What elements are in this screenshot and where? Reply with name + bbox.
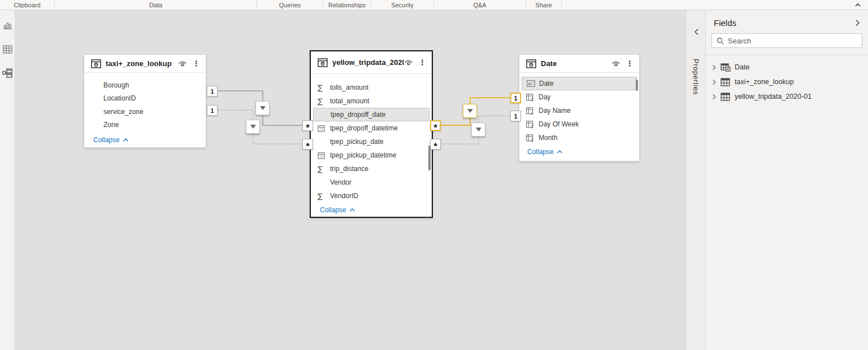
tree-item-label: yellow_tripdata_2020-01 <box>735 93 811 100</box>
cardinality-label: 1 <box>514 95 517 102</box>
field-row[interactable]: tpep_dropoff_datetime <box>311 121 432 135</box>
filter-direction-arrow-selected[interactable] <box>463 104 477 118</box>
table-card-header[interactable]: Date ⋮ <box>519 55 639 73</box>
field-row[interactable]: Σ Month <box>519 131 639 145</box>
field-row[interactable]: tpep_pickup_date <box>311 135 432 148</box>
arrow-down-icon <box>467 109 473 113</box>
field-row[interactable]: LocationID <box>84 92 206 106</box>
model-view-icon <box>2 68 13 78</box>
field-row[interactable]: Vendor <box>311 176 432 189</box>
ribbon-group-queries[interactable]: Queries <box>257 0 323 10</box>
field-label: service_zone <box>103 108 144 116</box>
field-label: tpep_pickup_datetime <box>330 151 396 159</box>
card-scrollbar-thumb[interactable] <box>636 80 638 91</box>
tree-item-label: Date <box>735 63 749 71</box>
expand-properties-button[interactable] <box>686 25 706 38</box>
filter-direction-arrow[interactable] <box>255 101 270 115</box>
ribbon-group-security[interactable]: Security <box>371 0 434 10</box>
field-row[interactable]: fx Day Name <box>519 104 639 117</box>
cardinality-label: 1 <box>514 113 517 120</box>
table-card-header[interactable]: taxi+_zone_lookup ⋮ <box>84 55 206 73</box>
table-card-yellow-tripdata[interactable]: yellow_tripdata_2020... ⋮ ∑tolls_amount … <box>310 50 433 218</box>
field-row[interactable]: ∑tolls_amount <box>311 81 432 94</box>
field-row[interactable]: tpep_pickup_datetime <box>311 148 432 162</box>
chevron-left-icon <box>694 28 699 36</box>
cardinality-one-marker[interactable]: 1 <box>207 86 218 97</box>
visibility-eye-icon[interactable] <box>404 59 413 66</box>
more-options-icon[interactable]: ⋮ <box>626 59 633 68</box>
arrow-down-icon <box>260 106 266 110</box>
field-row[interactable]: service_zone <box>84 105 206 119</box>
table-card-header[interactable]: yellow_tripdata_2020... ⋮ <box>311 51 432 74</box>
field-label: Date <box>539 80 553 88</box>
visibility-eye-icon[interactable] <box>611 60 620 67</box>
collapse-table-link[interactable]: Collapse <box>311 206 432 214</box>
sigma-icon: ∑ <box>318 97 330 106</box>
ribbon-group-label: Queries <box>279 2 301 8</box>
text-date-icon: A= <box>527 80 539 87</box>
visibility-eye-icon[interactable] <box>178 60 187 67</box>
more-options-icon[interactable]: ⋮ <box>419 58 426 67</box>
table-card-taxi-zone-lookup[interactable]: taxi+_zone_lookup ⋮ Borough LocationID s… <box>84 54 206 148</box>
table-card-date[interactable]: Date ⋮ A= Date Σ Day fx Day Name Σ Day O… <box>519 54 640 161</box>
cardinality-many-marker[interactable]: * <box>302 120 313 131</box>
svg-text:fx: fx <box>531 111 533 114</box>
table-title: yellow_tripdata_2020... <box>332 58 404 67</box>
cardinality-one-marker[interactable]: 1 <box>207 105 218 116</box>
chevron-right-icon[interactable] <box>711 79 717 85</box>
fields-tree-item-taxi-zone-lookup[interactable]: taxi+_zone_lookup <box>711 75 868 89</box>
ribbon-group-label: Q&A <box>473 2 486 8</box>
chevron-right-icon[interactable] <box>711 64 717 71</box>
cardinality-one-marker[interactable]: 1 <box>510 111 521 121</box>
collapse-ribbon-icon[interactable] <box>854 2 861 8</box>
data-view-button[interactable] <box>0 41 15 58</box>
card-scrollbar-thumb[interactable] <box>428 146 431 170</box>
cardinality-label: * <box>433 126 437 130</box>
collapse-table-link[interactable]: Collapse <box>84 136 206 144</box>
chevron-right-icon[interactable] <box>711 94 717 100</box>
calendar-icon <box>318 152 330 159</box>
ribbon-group-label: Relationships <box>328 2 366 8</box>
report-view-button[interactable] <box>0 17 15 34</box>
ribbon-group-data[interactable]: Data <box>55 0 257 10</box>
arrow-down-icon <box>250 125 256 129</box>
cardinality-label: * <box>306 126 310 130</box>
field-row[interactable]: Borough <box>84 78 206 92</box>
cardinality-many-marker[interactable]: * <box>430 139 441 150</box>
cardinality-many-marker[interactable]: * <box>302 139 313 150</box>
field-row[interactable]: Σ Day Of Week <box>519 117 639 131</box>
field-row-selected[interactable]: A= Date <box>522 77 637 90</box>
ribbon-group-qa[interactable]: Q&A <box>434 0 526 10</box>
cardinality-label: 1 <box>210 107 214 114</box>
model-view-button[interactable] <box>0 64 15 81</box>
field-row-selected[interactable]: tpep_dropoff_date <box>313 108 429 121</box>
cardinality-many-marker-selected[interactable]: * <box>430 120 441 131</box>
field-row[interactable]: ∑total_amount <box>311 94 432 108</box>
more-options-icon[interactable]: ⋮ <box>193 59 200 68</box>
calculated-column-sum-icon: Σ <box>526 121 539 128</box>
collapse-table-link[interactable]: Collapse <box>519 148 639 156</box>
ribbon-group-relationships[interactable]: Relationships <box>323 0 371 10</box>
fields-search-box[interactable] <box>711 33 862 48</box>
field-row[interactable]: Σ Day <box>519 90 639 104</box>
field-label: Borough <box>103 81 129 89</box>
arrow-down-icon <box>476 128 481 132</box>
collapse-fields-pane-icon[interactable] <box>855 19 860 27</box>
filter-direction-arrow[interactable] <box>246 120 260 134</box>
cardinality-one-marker-selected[interactable]: 1 <box>510 93 521 103</box>
ribbon-group-share[interactable]: Share <box>526 0 562 10</box>
properties-pane-title[interactable]: Properties <box>692 59 700 95</box>
ribbon-group-label: Security <box>391 2 414 8</box>
field-row[interactable]: Zone <box>84 119 206 132</box>
chevron-up-icon <box>123 138 129 142</box>
svg-text:Σ: Σ <box>531 124 533 128</box>
calendar-icon <box>318 125 330 132</box>
field-row[interactable]: ∑VendorID <box>311 189 432 203</box>
ribbon-group-clipboard[interactable]: Clipboard <box>0 0 55 10</box>
filter-direction-arrow[interactable] <box>471 123 485 137</box>
fields-tree-item-yellow-tripdata[interactable]: yellow_tripdata_2020-01 <box>711 89 868 104</box>
field-label: tpep_dropoff_datetime <box>330 124 398 132</box>
fields-tree-item-date[interactable]: Date <box>711 60 868 75</box>
fields-search-input[interactable] <box>728 37 857 45</box>
field-row[interactable]: ∑trip_distance <box>311 162 432 176</box>
